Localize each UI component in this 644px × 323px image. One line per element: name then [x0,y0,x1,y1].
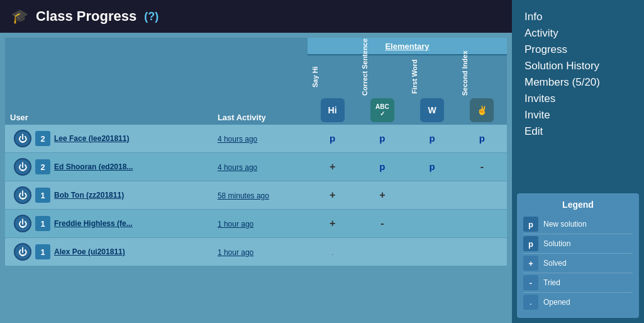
power-button[interactable]: ⏻ [14,186,31,204]
cell-value: + [330,190,335,200]
user-column-header: User [5,55,214,125]
user-link[interactable]: Freddie Highless (fe... [54,219,133,228]
skill-label-first-word: First Word [411,58,418,96]
activity-link[interactable]: 1 hour ago [218,248,253,257]
activity-link[interactable]: 4 hours ago [218,163,257,172]
skill-cell: p [407,153,457,181]
skill-cell: p [457,125,507,153]
activity-cell: 4 hours ago [214,125,308,153]
help-icon[interactable]: (?) [144,10,158,23]
cell-value: + [330,218,335,229]
sidebar: InfoActivityProgressSolution HistoryMemb… [512,0,644,323]
skill-cell: p [308,125,357,153]
table-row: ⏻1Freddie Highless (fe...1 hour ago+- [5,210,507,238]
user-cell: ⏻2Lee Face (lee201811) [5,125,214,153]
legend-label: New solution [543,220,587,229]
skill-cell: + [308,181,357,210]
nav-item-solution-history[interactable]: Solution History [525,58,631,74]
skill-icon-correct-sentence: ABC✓ [370,98,394,122]
skill-label-correct-sentence: Correct Sentence [361,58,369,96]
activity-link[interactable]: 4 hours ago [218,135,257,144]
legend-label: Opened [543,298,570,307]
level-badge: 1 [35,216,50,231]
legend-symbol: + [523,256,538,271]
nav-item-invites[interactable]: Invites [525,91,631,107]
cell-value: + [379,190,385,200]
category-header-row: Elementary [5,38,507,55]
skill-cell [457,238,507,266]
user-link[interactable]: Bob Ton (zz201811) [54,191,124,200]
table-row: ⏻2Ed Shooran (ed2018...4 hours ago+pp- [5,153,507,181]
legend-symbol: - [523,275,538,290]
legend-row-opened: .Opened [523,293,633,312]
legend-box: Legend pNew solutionpSolution+Solved-Tri… [517,193,639,318]
user-cell: ⏻1Alex Poe (ui201811) [5,238,214,266]
table-row: ⏻1Bob Ton (zz201811)58 minutes ago++ [5,181,507,210]
cell-value: - [480,161,484,172]
nav-item-info[interactable]: Info [525,9,631,25]
table-row: ⏻1Alex Poe (ui201811)1 hour ago. [5,238,507,266]
skill-cell: - [457,153,507,181]
skill-label-second-index: Second Index [461,58,469,96]
cell-value: - [380,218,384,229]
cell-value: + [330,161,335,172]
skill-cell: p [357,153,407,181]
activity-link[interactable]: 1 hour ago [218,220,253,229]
power-button[interactable]: ⏻ [14,215,31,232]
activity-link[interactable]: 58 minutes ago [218,191,269,200]
level-badge: 1 [35,188,50,203]
nav-item-edit[interactable]: Edit [525,123,631,140]
power-button[interactable]: ⏻ [14,130,31,147]
legend-symbol: . [523,295,538,310]
user-cell: ⏻1Freddie Highless (fe... [5,210,214,238]
table-container: Elementary User Last Activity Say Hi Hi [0,33,512,323]
skill-col-say-hi: Say Hi Hi [308,55,357,125]
skill-cell: p [407,125,457,153]
user-link[interactable]: Alex Poe (ui201811) [54,247,125,256]
column-header-row: User Last Activity Say Hi Hi Correct Sen… [5,55,507,125]
activity-cell: 1 hour ago [214,210,308,238]
cell-value: p [479,133,485,144]
skill-cell: + [308,153,357,181]
skill-cell: + [308,210,357,238]
power-button[interactable]: ⏻ [14,243,31,261]
activity-cell: 1 hour ago [214,238,308,266]
skill-cell: p [357,125,407,153]
nav-item-members--5-20-[interactable]: Members (5/20) [525,74,631,91]
class-progress-table: Elementary User Last Activity Say Hi Hi [5,38,507,266]
skill-cell [407,238,457,266]
level-badge: 1 [35,244,50,259]
skill-icon-first-word: W [420,98,444,122]
skill-cell [457,210,507,238]
nav-item-progress[interactable]: Progress [525,42,631,58]
user-link[interactable]: Ed Shooran (ed2018... [54,162,133,171]
page-title: Class Progress [36,8,136,25]
user-link[interactable]: Lee Face (lee201811) [54,134,129,143]
legend-row-solved: +Solved [523,254,633,273]
category-label: Elementary [308,38,507,55]
nav-menu: InfoActivityProgressSolution HistoryMemb… [512,0,644,188]
legend-symbol: p [523,236,538,251]
table-row: ⏻2Lee Face (lee201811)4 hours agopppp [5,125,507,153]
activity-column-header: Last Activity [214,55,308,125]
activity-cell: 58 minutes ago [214,181,308,210]
user-cell: ⏻1Bob Ton (zz201811) [5,181,214,210]
skill-cell [357,238,407,266]
skill-cell [457,181,507,210]
skill-cell: . [308,238,357,266]
cell-value: p [379,161,385,172]
nav-item-invite[interactable]: Invite [525,107,631,123]
page-header: 🎓 Class Progress (?) [0,0,512,33]
skill-cell [407,181,457,210]
cell-value: p [430,133,435,144]
legend-title: Legend [523,200,633,210]
skill-cell: + [357,181,407,210]
level-badge: 2 [35,131,50,146]
main-panel: 🎓 Class Progress (?) Elementary User [0,0,512,323]
cell-value: . [331,249,333,256]
nav-item-activity[interactable]: Activity [525,25,631,42]
legend-label: Solution [543,239,570,248]
power-button[interactable]: ⏻ [14,158,31,176]
legend-symbol: p [523,217,538,232]
cell-value: p [379,133,385,144]
